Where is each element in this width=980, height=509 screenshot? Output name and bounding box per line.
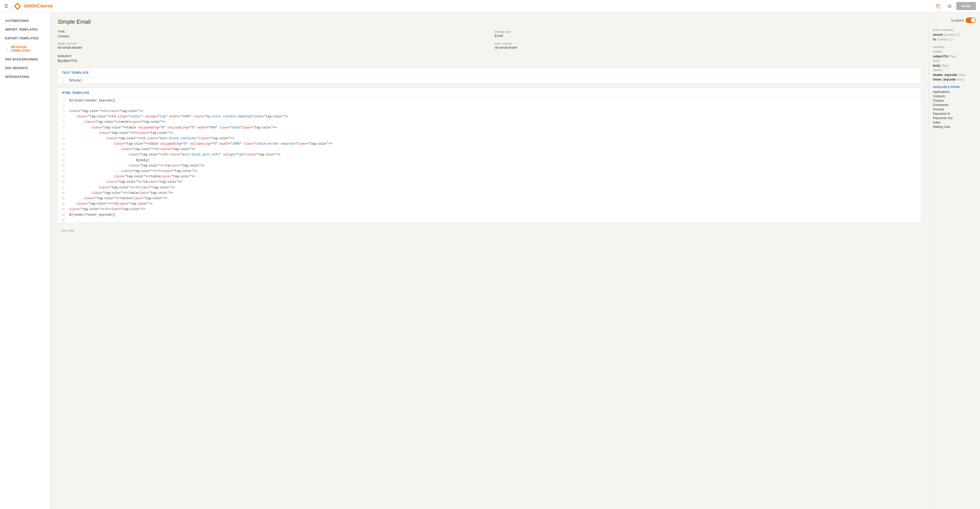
var-name-body: body	[933, 64, 940, 67]
html-line-19: 19 class="tag-color"></centerclass="tag-…	[58, 196, 921, 201]
copy-icon-button[interactable]	[934, 2, 943, 11]
keycode-label: Key Code	[58, 227, 921, 234]
logo-diamond-icon	[13, 2, 22, 10]
line-content-12: ${body}	[67, 158, 921, 163]
line-num-23: 23	[58, 218, 67, 223]
available-from-section: AVAILABLE FROM Applications Contacts Cla…	[933, 86, 976, 129]
sidebar-item-label: IMPORT TEMPLATES	[5, 28, 38, 32]
line-num-20: 20	[58, 201, 67, 207]
line-content-7: class="tag-color"><trclass="tag-color">>	[67, 130, 921, 136]
enabled-toggle[interactable]	[966, 17, 976, 23]
var-name-record: record	[933, 33, 942, 37]
html-template-header: HTML TEMPLATE	[58, 88, 921, 98]
text-line-1: 1 ${body}	[58, 78, 921, 83]
sidebar-item-label: INTEGRATIONS	[5, 75, 29, 79]
header-keycode-value: ish.email.header	[58, 46, 82, 49]
sidebar-item-label: PDF REPORTS	[5, 67, 28, 70]
line-num-10: 10	[58, 147, 67, 152]
line-num-1: 1	[58, 98, 67, 103]
avail-applications: Applications	[933, 90, 976, 94]
line-content-11: class="tag-color"><td class="mini-block …	[67, 152, 921, 157]
html-line-20: 20 class="tag-color"></tdclass="tag-colo…	[58, 201, 921, 207]
line-content-20: class="tag-color"></tdclass="tag-color">…	[67, 201, 921, 207]
html-line-7: 7 class="tag-color"><trclass="tag-color"…	[58, 130, 921, 136]
save-button[interactable]: SAVE	[956, 2, 976, 10]
meta-grid: TYPE Contact Message type Email header_k…	[58, 30, 921, 49]
built-in-variables-title: Built in variables	[933, 28, 976, 32]
html-template-section: HTML TEMPLATE 1${render(header_keycode)}…	[58, 88, 921, 223]
avail-contacts: Contacts	[933, 94, 976, 98]
line-num-12: 12	[58, 158, 67, 163]
variable-footer-keycode: footer_keycode(Text)	[933, 78, 976, 81]
topbar-actions: SAVE	[934, 2, 976, 11]
line-num-16: 16	[58, 179, 67, 185]
line-num-6: 6	[58, 125, 67, 130]
line-num-13: 13	[58, 163, 67, 168]
body-var-label: Body	[933, 59, 976, 62]
avail-sales: Sales	[933, 121, 976, 124]
sidebar-item-import-templates[interactable]: IMPORT TEMPLATES	[0, 25, 50, 34]
html-line-9: 9 class="tag-color"><table cellpadding="…	[58, 141, 921, 147]
variable-header-keycode: header_keycode(Text)	[933, 73, 976, 77]
arrow-right-icon: →	[5, 47, 9, 51]
variable-to: to (Contact) ?	[933, 38, 976, 41]
line-content-4: class="tag-color"><td align="center" val…	[67, 114, 921, 119]
sidebar-item-integrations[interactable]: INTEGRATIONS	[0, 73, 50, 81]
html-template-editor[interactable]: 1${render(header_keycode)}23class="tag-c…	[58, 98, 921, 223]
logo-text: ishOnCourse	[24, 3, 53, 9]
var-type-to: (Contact)	[937, 38, 948, 41]
text-template-editor[interactable]: 1 ${body}	[58, 78, 921, 83]
line-num-15: 15	[58, 174, 67, 179]
html-line-23: 23	[58, 218, 921, 223]
html-line-3: 3class="tag-color"><trclass="tag-color">…	[58, 108, 921, 114]
line-content-18: class="tag-color"></tableclass="tag-colo…	[67, 191, 921, 196]
avail-payments-out: Payments Out	[933, 116, 976, 120]
line-content-14: class="tag-color"></trclass="tag-color">…	[67, 169, 921, 174]
avail-classes: Classes	[933, 99, 976, 102]
html-line-14: 14 class="tag-color"></trclass="tag-colo…	[58, 169, 921, 174]
enabled-row: Enabled	[933, 17, 976, 23]
var-type-header-keycode: (Text)	[958, 73, 965, 76]
to-help-icon[interactable]: ?	[950, 38, 953, 41]
var-type-footer-keycode: (Text)	[957, 78, 964, 81]
line-num-17: 17	[58, 185, 67, 190]
help-icon-button[interactable]	[945, 2, 954, 11]
var-type-record: (Contact)	[943, 33, 955, 36]
sidebar-item-pdf-reports[interactable]: PDF REPORTS	[0, 64, 50, 73]
variable-subjectTxt: subjectTxt(Text)	[933, 54, 976, 58]
subject-label: SUBJECT	[58, 54, 921, 58]
sidebar-item-label: AUTOMATIONS	[5, 19, 29, 23]
line-num-18: 18	[58, 191, 67, 196]
html-line-22: 22${render(footer_keycode)}	[58, 212, 921, 218]
variables-title: Variables	[933, 45, 976, 48]
html-line-2: 2	[58, 103, 921, 108]
line-content-17: class="tag-color"></trclass="tag-color">…	[67, 185, 921, 191]
line-content-21: class="tag-color"></trclass="tag-color">…	[67, 207, 921, 212]
variable-body: body(Text)	[933, 64, 976, 67]
hamburger-icon[interactable]: ☰	[4, 3, 8, 9]
html-line-8: 8 class="tag-color"><td class="mini-bloc…	[58, 136, 921, 141]
topbar: ☰ ishOnCourse SAVE	[0, 0, 980, 12]
sidebar-item-automations[interactable]: AUTOMATIONS	[0, 16, 50, 25]
avail-payments-in: Payments In	[933, 112, 976, 116]
sidebar-item-export-templates[interactable]: EXPORT TEMPLATES	[0, 34, 50, 43]
var-type-body: (Text)	[942, 64, 948, 67]
sidebar-item-label: EXPORT TEMPLATES	[5, 37, 38, 40]
page-title: Simple Email	[58, 19, 921, 25]
record-help-icon[interactable]: ?	[956, 33, 960, 37]
footer-keycode-label: footer_keycode	[495, 42, 921, 45]
line-num-9: 9	[58, 141, 67, 146]
options-var-label: Options	[933, 68, 976, 72]
line-num-4: 4	[58, 114, 67, 119]
sidebar-item-pdf-backgrounds[interactable]: PDF BACKGROUNDS	[0, 55, 50, 64]
html-line-6: 6 class="tag-color"><table cellpadding="…	[58, 125, 921, 130]
built-in-variables-section: Built in variables record (Contact) ? to…	[933, 28, 976, 41]
line-num-7: 7	[58, 130, 67, 135]
var-type-subjectTxt: (Text)	[950, 55, 956, 58]
avail-invoices: Invoices	[933, 108, 976, 111]
sidebar-item-message-templates[interactable]: → MESSAGE TEMPLATES	[0, 43, 50, 55]
sidebar: AUTOMATIONS IMPORT TEMPLATES EXPORT TEMP…	[0, 12, 51, 509]
var-name-subjectTxt: subjectTxt	[933, 54, 948, 58]
line-content-3: class="tag-color"><trclass="tag-color">>	[67, 108, 921, 114]
avail-waiting-lists: Waiting Lists	[933, 125, 976, 129]
